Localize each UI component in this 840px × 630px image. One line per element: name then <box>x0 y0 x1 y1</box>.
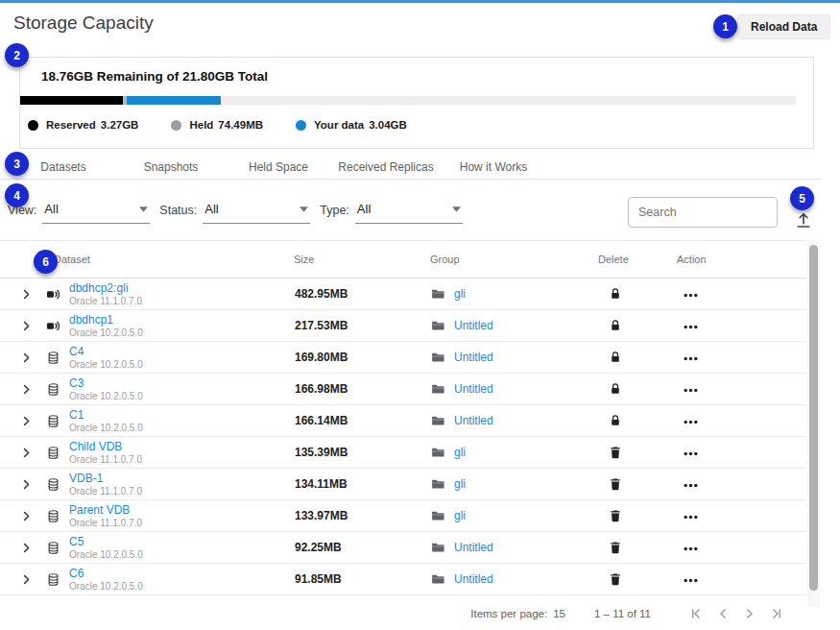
expand-row-button[interactable] <box>21 543 46 553</box>
delete-cell[interactable] <box>599 319 678 332</box>
dataset-name-link[interactable]: C3 <box>69 377 84 390</box>
delete-cell[interactable] <box>599 382 678 396</box>
database-icon <box>46 414 60 428</box>
group-link[interactable]: gli <box>454 477 466 491</box>
items-per-page-value[interactable]: 15 <box>553 608 565 619</box>
expand-row-button[interactable] <box>21 416 46 426</box>
database-icon <box>46 541 60 555</box>
group-link[interactable]: Untitled <box>454 382 493 396</box>
filter-select[interactable]: All <box>203 202 310 224</box>
row-actions-button[interactable] <box>678 319 806 332</box>
row-actions-button[interactable] <box>678 572 806 586</box>
reload-data-button[interactable]: Reload Data <box>737 14 830 39</box>
dsource-icon <box>46 319 60 333</box>
dataset-name-link[interactable]: dbdhcp2:gli <box>69 282 128 295</box>
dataset-name-link[interactable]: dbdhcp1 <box>69 314 113 327</box>
expand-row-button[interactable] <box>21 384 46 395</box>
group-link[interactable]: Untitled <box>454 319 493 332</box>
row-actions-button[interactable] <box>678 477 806 491</box>
chevron-right-icon <box>21 352 32 363</box>
capacity-heading: 18.76GB Remaining of 21.80GB Total <box>41 69 796 84</box>
capacity-card: 18.76GB Remaining of 21.80GB Total Reser… <box>19 57 814 149</box>
tab-bar-divider <box>0 179 822 180</box>
expand-row-button[interactable] <box>21 479 46 490</box>
filter-label: Type: <box>320 204 349 224</box>
top-accent-bar <box>0 0 840 3</box>
row-actions-button[interactable] <box>678 509 806 522</box>
legend-value: 74.49MB <box>218 119 263 131</box>
expand-row-button[interactable] <box>21 574 46 585</box>
first-page-button[interactable] <box>687 605 705 622</box>
group-link[interactable]: Untitled <box>454 414 493 427</box>
annotation-badge-5: 5 <box>790 186 814 210</box>
tab[interactable]: Snapshots <box>117 155 225 180</box>
dataset-size: 482.95MB <box>295 287 431 301</box>
tab[interactable]: Held Space <box>225 155 332 180</box>
dataset-size: 134.11MB <box>295 477 431 491</box>
row-actions-button[interactable] <box>678 382 806 396</box>
legend-dot-icon <box>296 120 306 131</box>
expand-row-button[interactable] <box>21 289 46 300</box>
group-link[interactable]: gli <box>454 287 466 301</box>
delete-cell[interactable] <box>599 287 678 301</box>
ellipsis-icon <box>684 325 698 329</box>
dataset-version: Oracle 11.1.0.7.0 <box>69 296 295 306</box>
group-link[interactable]: Untitled <box>454 351 493 364</box>
tab[interactable]: How it Works <box>440 155 547 180</box>
delete-cell[interactable] <box>599 446 678 459</box>
row-actions-button[interactable] <box>678 541 806 554</box>
tab[interactable]: Received Replicas <box>332 155 440 180</box>
previous-page-button[interactable] <box>714 605 732 622</box>
row-actions-button[interactable] <box>678 287 806 301</box>
row-actions-button[interactable] <box>678 414 806 427</box>
group-link[interactable]: Untitled <box>454 541 493 554</box>
delete-cell[interactable] <box>599 477 678 491</box>
group-link[interactable]: gli <box>454 509 466 522</box>
dataset-name-link[interactable]: C1 <box>69 409 84 422</box>
group-link[interactable]: Untitled <box>454 572 493 586</box>
legend-value: 3.04GB <box>369 119 407 131</box>
filter-select[interactable]: All <box>355 202 463 224</box>
row-actions-button[interactable] <box>678 446 806 459</box>
folder-icon <box>431 572 444 586</box>
vertical-scrollbar-thumb[interactable] <box>809 245 818 591</box>
expand-row-button[interactable] <box>21 511 46 521</box>
export-upload-icon[interactable] <box>794 210 813 230</box>
filter-group: View: All <box>8 202 150 224</box>
expand-row-button[interactable] <box>21 321 46 331</box>
ellipsis-icon <box>684 420 698 424</box>
dataset-name-link[interactable]: Parent VDB <box>69 504 130 517</box>
dataset-name-link[interactable]: C6 <box>69 568 84 580</box>
ellipsis-icon <box>684 515 698 520</box>
dsource-icon <box>46 287 60 302</box>
chevron-down-icon <box>139 206 148 212</box>
dataset-name-link[interactable]: C5 <box>69 536 84 548</box>
lock-icon <box>609 414 622 427</box>
paginator: Items per page: 15 1 – 11 of 11 <box>0 605 785 622</box>
filter-select[interactable]: All <box>42 202 150 224</box>
expand-row-button[interactable] <box>21 352 46 363</box>
next-page-button[interactable] <box>741 605 758 622</box>
delete-cell[interactable] <box>599 509 678 522</box>
search-input[interactable] <box>628 197 778 228</box>
chevron-down-icon <box>300 206 308 212</box>
group-link[interactable]: gli <box>454 446 466 459</box>
dataset-version: Oracle 10.2.0.5.0 <box>69 549 295 560</box>
delete-cell[interactable] <box>599 541 678 554</box>
delete-cell[interactable] <box>599 414 678 427</box>
vertical-scrollbar-track[interactable] <box>807 240 820 607</box>
dataset-name-link[interactable]: C4 <box>69 346 84 358</box>
dataset-name-link[interactable]: Child VDB <box>69 441 122 453</box>
dataset-version: Oracle 11.1.0.7.0 <box>69 454 295 465</box>
legend-item: Held 74.49MB <box>171 119 263 131</box>
column-header-group: Group <box>430 254 598 265</box>
dataset-name-link[interactable]: VDB-1 <box>69 472 103 485</box>
last-page-button[interactable] <box>768 605 785 622</box>
folder-icon <box>431 414 444 427</box>
expand-row-button[interactable] <box>21 448 46 458</box>
lock-icon <box>609 351 622 364</box>
delete-cell[interactable] <box>599 351 678 364</box>
row-actions-button[interactable] <box>678 351 806 364</box>
delete-cell[interactable] <box>599 572 678 586</box>
table-row: C3 Oracle 10.2.0.5.0 166.98MB Untitled <box>0 374 806 405</box>
